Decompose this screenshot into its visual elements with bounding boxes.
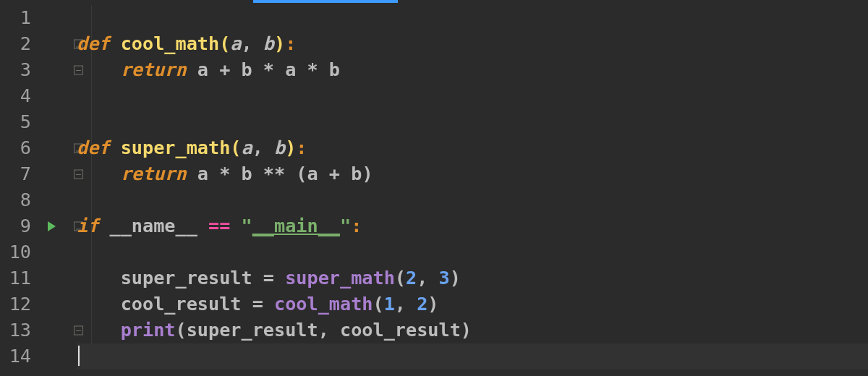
dunder-name: __name__	[110, 215, 197, 236]
code-line[interactable]: return a * b ** (a + b)	[77, 161, 868, 187]
line-number[interactable]: 12	[0, 291, 33, 317]
code-line-current[interactable]	[77, 343, 868, 369]
line-number[interactable]: 11	[0, 265, 33, 291]
code-line[interactable]: return a + b * a * b	[77, 57, 868, 83]
line-number[interactable]: 9	[0, 213, 33, 239]
function-name: cool_math	[121, 33, 219, 54]
code-line[interactable]	[77, 109, 868, 135]
code-area[interactable]: def cool_math(a, b): return a + b * a * …	[77, 5, 868, 369]
line-number-gutter[interactable]: 1 2 3 4 5 6 7 8 9 10 11 12 13 14	[0, 5, 33, 369]
keyword-def: def	[77, 33, 110, 54]
code-line[interactable]	[77, 5, 868, 31]
code-line[interactable]	[77, 83, 868, 109]
keyword-return: return	[121, 59, 187, 80]
code-editor[interactable]: 1 2 3 4 5 6 7 8 9 10 11 12 13 14 def coo…	[0, 0, 868, 376]
keyword-if: if	[77, 215, 98, 236]
line-number[interactable]: 13	[0, 317, 33, 343]
line-number[interactable]: 3	[0, 57, 33, 83]
code-line[interactable]: def super_math(a, b):	[77, 135, 868, 161]
function-name: super_math	[121, 137, 231, 158]
line-number[interactable]: 10	[0, 239, 33, 265]
function-call: print	[121, 320, 176, 341]
function-call: super_math	[285, 268, 395, 289]
code-line[interactable]	[77, 239, 868, 265]
line-number[interactable]: 1	[0, 5, 33, 31]
keyword-def: def	[77, 137, 110, 158]
line-number[interactable]: 7	[0, 161, 33, 187]
function-call: cool_math	[274, 294, 373, 315]
keyword-return: return	[121, 163, 187, 184]
active-tab-indicator	[253, 0, 398, 3]
line-number[interactable]: 14	[0, 343, 33, 369]
text-caret	[78, 346, 80, 366]
run-line-icon[interactable]	[48, 221, 56, 231]
code-line[interactable]: if __name__ == "__main__":	[77, 213, 868, 239]
line-number[interactable]: 4	[0, 83, 33, 109]
code-line[interactable]	[77, 187, 868, 213]
line-number[interactable]: 6	[0, 135, 33, 161]
code-line[interactable]: cool_result = cool_math(1, 2)	[77, 291, 868, 317]
code-line[interactable]: super_result = super_math(2, 3)	[77, 265, 868, 291]
line-number[interactable]: 5	[0, 109, 33, 135]
code-line[interactable]: print(super_result, cool_result)	[77, 317, 868, 343]
line-number[interactable]: 2	[0, 31, 33, 57]
code-line[interactable]: def cool_math(a, b):	[77, 31, 868, 57]
line-number[interactable]: 8	[0, 187, 33, 213]
